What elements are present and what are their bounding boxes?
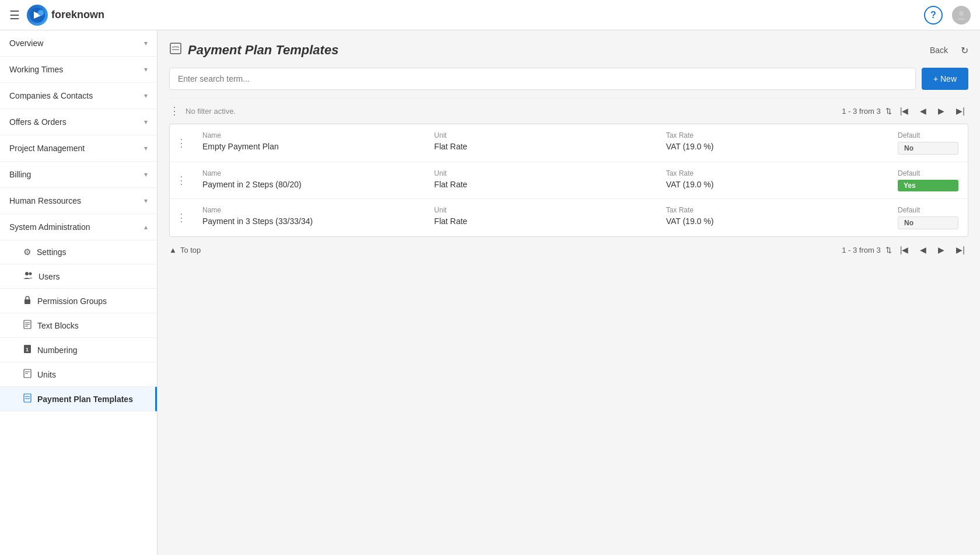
filter-right: 1 - 3 from 3 ⇅ |◀ ◀ ▶ ▶| [842, 105, 968, 117]
tax-value: VAT (19.0 %) [666, 180, 888, 189]
name-label: Name [202, 131, 425, 139]
sidebar-sub-item-settings[interactable]: ⚙ Settings [0, 240, 157, 264]
arrow-up-icon: ▲ [169, 246, 177, 254]
sidebar-item-label: Project Management [9, 144, 85, 153]
filter-menu-icon[interactable]: ⋮ [169, 104, 180, 117]
default-col: Default Yes [893, 169, 963, 191]
row-content: Name Payment in 2 Steps (80/20) Unit Fla… [193, 162, 968, 198]
first-page-button[interactable]: |◀ [897, 105, 912, 117]
sidebar-sub-item-permission-groups[interactable]: Permission Groups [0, 289, 157, 313]
unit-col: Unit Flat Rate [429, 169, 661, 191]
sort-icon[interactable]: ⇅ [886, 107, 892, 116]
filter-left: ⋮ No filter active. [169, 104, 236, 117]
new-button[interactable]: + New [922, 68, 968, 90]
default-badge: Yes [898, 180, 958, 191]
tax-col: Tax Rate VAT (19.0 %) [662, 131, 893, 155]
row-menu-button[interactable]: ⋮ [170, 199, 193, 236]
footer-pagination-text: 1 - 3 from 3 [842, 246, 880, 254]
sidebar-sub-item-units[interactable]: Units [0, 362, 157, 387]
chevron-up-icon: ▴ [144, 223, 148, 231]
unit-value: Flat Rate [434, 142, 656, 151]
last-page-button[interactable]: ▶| [953, 244, 968, 256]
default-col: Default No [893, 206, 963, 229]
chevron-down-icon: ▾ [144, 92, 148, 100]
sidebar-sub-item-label: Text Blocks [37, 321, 79, 330]
sidebar-sub-item-numbering[interactable]: 1 Numbering [0, 338, 157, 362]
name-label: Name [202, 169, 425, 177]
sidebar-sub-item-label: Payment Plan Templates [37, 395, 133, 404]
chevron-down-icon: ▾ [144, 118, 148, 126]
sidebar-item-human-resources[interactable]: Human Ressources ▾ [0, 188, 157, 214]
settings-icon: ⚙ [23, 247, 31, 257]
svg-rect-16 [24, 394, 31, 402]
search-row: + New [169, 68, 968, 90]
unit-label: Unit [434, 206, 656, 214]
payment-plan-icon [23, 393, 32, 404]
sidebar-item-system-administration[interactable]: System Administration ▴ [0, 214, 157, 240]
to-top-label: To top [180, 246, 201, 254]
svg-rect-18 [170, 43, 181, 54]
name-label: Name [202, 206, 425, 214]
name-col: Name Empty Payment Plan [198, 131, 429, 155]
unit-value: Flat Rate [434, 180, 656, 189]
name-col: Name Payment in 3 Steps (33/33/34) [198, 206, 429, 229]
units-icon [23, 369, 32, 380]
unit-label: Unit [434, 131, 656, 139]
sidebar-item-offers-orders[interactable]: Offers & Orders ▾ [0, 109, 157, 135]
main-content: Payment Plan Templates Back ↻ + New ⋮ No… [158, 30, 980, 555]
prev-page-button[interactable]: ◀ [916, 244, 930, 256]
refresh-button[interactable]: ↻ [961, 45, 968, 56]
tax-label: Tax Rate [666, 206, 888, 214]
page-title: Payment Plan Templates [188, 43, 338, 58]
lock-icon [23, 295, 32, 306]
chevron-down-icon: ▾ [144, 144, 148, 152]
sidebar-item-working-times[interactable]: Working Times ▾ [0, 57, 157, 83]
row-menu-button[interactable]: ⋮ [170, 162, 193, 198]
sidebar: Overview ▾ Working Times ▾ Companies & C… [0, 30, 158, 555]
name-value: Payment in 2 Steps (80/20) [202, 180, 425, 189]
page-icon [169, 42, 182, 58]
sidebar-item-label: Working Times [9, 65, 63, 74]
sidebar-item-overview[interactable]: Overview ▾ [0, 30, 157, 57]
topbar-left: ☰ foreknown [9, 5, 104, 26]
name-col: Name Payment in 2 Steps (80/20) [198, 169, 429, 191]
logo: foreknown [27, 5, 104, 26]
unit-value: Flat Rate [434, 217, 656, 226]
footer-pagination: 1 - 3 from 3 ⇅ |◀ ◀ ▶ ▶| [842, 244, 968, 256]
next-page-button[interactable]: ▶ [935, 244, 948, 256]
sidebar-sub-item-label: Permission Groups [37, 296, 107, 306]
tax-value: VAT (19.0 %) [666, 142, 888, 151]
row-content: Name Payment in 3 Steps (33/33/34) Unit … [193, 199, 968, 236]
page-title-area: Payment Plan Templates [169, 42, 338, 58]
sidebar-sub-item-label: Settings [37, 247, 66, 257]
row-menu-button[interactable]: ⋮ [170, 124, 193, 162]
sidebar-item-project-management[interactable]: Project Management ▾ [0, 135, 157, 162]
search-input[interactable] [169, 68, 916, 90]
svg-point-5 [29, 273, 32, 275]
sort-icon[interactable]: ⇅ [886, 246, 892, 254]
last-page-button[interactable]: ▶| [953, 105, 968, 117]
default-label: Default [898, 169, 958, 177]
sidebar-sub-item-label: Numbering [37, 345, 77, 355]
sidebar-sub-item-users[interactable]: Users [0, 264, 157, 289]
prev-page-button[interactable]: ◀ [916, 105, 930, 117]
sidebar-sub-item-payment-plan-templates[interactable]: Payment Plan Templates [0, 387, 157, 411]
unit-col: Unit Flat Rate [429, 206, 661, 229]
default-label: Default [898, 131, 958, 139]
hamburger-icon[interactable]: ☰ [9, 8, 20, 22]
to-top-button[interactable]: ▲ To top [169, 246, 201, 254]
sidebar-sub-item-text-blocks[interactable]: Text Blocks [0, 313, 157, 338]
first-page-button[interactable]: |◀ [897, 244, 912, 256]
sidebar-item-billing[interactable]: Billing ▾ [0, 162, 157, 188]
svg-text:1: 1 [26, 347, 29, 352]
back-button[interactable]: Back [923, 42, 955, 58]
tax-col: Tax Rate VAT (19.0 %) [662, 169, 893, 191]
avatar[interactable] [952, 6, 971, 25]
chevron-down-icon: ▾ [144, 197, 148, 205]
sidebar-item-companies-contacts[interactable]: Companies & Contacts ▾ [0, 83, 157, 109]
next-page-button[interactable]: ▶ [935, 105, 948, 117]
help-button[interactable]: ? [924, 6, 943, 25]
svg-point-2 [38, 10, 44, 16]
sidebar-sub-item-label: Users [38, 272, 60, 281]
sidebar-item-label: Human Ressources [9, 196, 81, 205]
